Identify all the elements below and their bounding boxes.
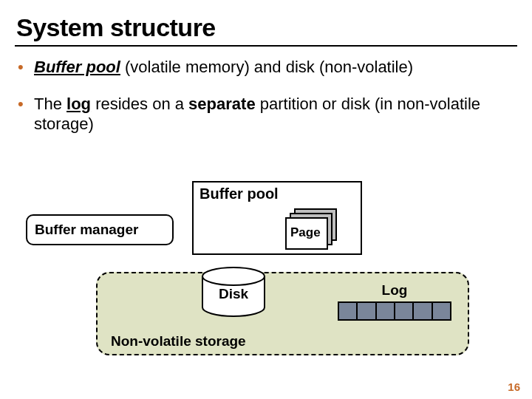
b2-pre: The <box>34 95 66 113</box>
buffer-manager-box: Buffer manager <box>26 214 174 245</box>
log-cell <box>394 303 412 319</box>
bullet-item: • The log resides on a separate partitio… <box>18 94 517 134</box>
b2-mid: resides on a <box>91 95 188 113</box>
slide: System structure • Buffer pool (volatile… <box>0 0 532 399</box>
log-container: Log <box>338 282 451 321</box>
bullet1-lead: Buffer pool <box>34 58 120 76</box>
log-cell <box>375 303 394 319</box>
page-card-front: Page <box>285 217 328 250</box>
bullet-list: • Buffer pool (volatile memory) and disk… <box>18 57 517 134</box>
buffer-manager-label: Buffer manager <box>35 222 138 238</box>
nonvolatile-storage-label: Non-volatile storage <box>111 333 246 349</box>
buffer-pool-label: Buffer pool <box>200 185 279 202</box>
disk-label: Disk <box>201 286 266 302</box>
slide-title: System structure <box>16 13 517 42</box>
buffer-pool-box: Buffer pool Page <box>192 181 362 255</box>
diagram-canvas: Buffer pool Page Buffer manager Non-vola… <box>0 177 532 369</box>
nonvolatile-storage-box: Non-volatile storage Disk Log <box>96 272 469 355</box>
b2-log: log <box>66 95 91 113</box>
log-strip <box>338 301 451 321</box>
log-cell <box>339 303 356 319</box>
title-rule <box>15 45 517 47</box>
page-label: Page <box>290 225 321 240</box>
page-stack: Page <box>285 208 332 245</box>
page-number: 16 <box>508 381 520 393</box>
log-cell <box>356 303 375 319</box>
bullet-text: The log resides on a separate partition … <box>34 94 517 134</box>
b2-sep: separate <box>188 95 256 113</box>
log-label: Log <box>338 282 451 299</box>
bullet-mark-icon: • <box>18 94 34 134</box>
svg-point-4 <box>202 267 265 285</box>
bullet1-rest: (volatile memory) and disk (non-volatile… <box>120 58 413 76</box>
log-cell <box>432 303 450 319</box>
bullet-mark-icon: • <box>18 57 34 78</box>
bullet-item: • Buffer pool (volatile memory) and disk… <box>18 57 517 78</box>
bullet-text: Buffer pool (volatile memory) and disk (… <box>34 57 517 78</box>
disk-cylinder: Disk <box>201 266 266 318</box>
log-cell <box>412 303 431 319</box>
